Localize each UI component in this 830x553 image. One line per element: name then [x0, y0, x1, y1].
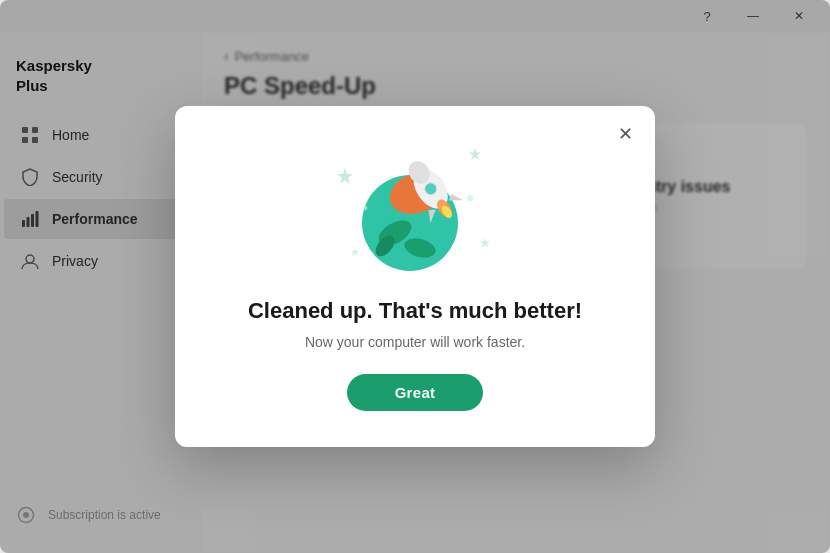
modal-overlay: ✕ [0, 0, 830, 553]
modal-title: Cleaned up. That's much better! [248, 298, 582, 324]
modal-illustration [345, 138, 485, 278]
modal-subtitle: Now your computer will work faster. [305, 334, 525, 350]
success-modal: ✕ [175, 106, 655, 447]
modal-close-button[interactable]: ✕ [611, 120, 639, 148]
great-button[interactable]: Great [347, 374, 484, 411]
rocket-svg [345, 138, 485, 278]
app-window: ? — ✕ KasperskyPlus [0, 0, 830, 553]
